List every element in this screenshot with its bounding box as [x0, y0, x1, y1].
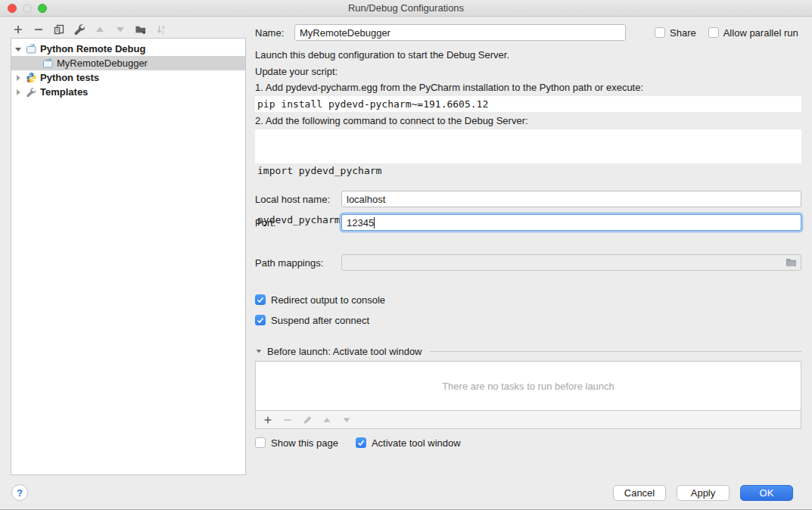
chevron-down-icon[interactable] — [11, 45, 25, 54]
path-mappings-input[interactable] — [341, 254, 801, 271]
edit-task-pencil-icon — [301, 414, 313, 426]
port-label: Port: — [255, 217, 341, 229]
no-tasks-message: There are no tasks to run before launch — [442, 381, 614, 392]
share-checkbox-group: Share — [655, 27, 696, 39]
remove-task-icon — [282, 414, 294, 426]
path-mappings-row: Path mappings: — [255, 253, 801, 272]
name-label: Name: — [255, 27, 288, 39]
tree-item-myremotedebugger[interactable]: MyRemoteDebugger — [11, 56, 245, 70]
cancel-button[interactable]: Cancel — [613, 485, 666, 501]
tree-item-label: MyRemoteDebugger — [57, 58, 148, 69]
section-divider — [430, 351, 801, 352]
browse-folder-icon[interactable] — [785, 257, 798, 269]
description-line: Update your script: — [255, 64, 801, 80]
move-task-down-icon — [341, 414, 353, 426]
redirect-output-label: Redirect output to console — [271, 294, 385, 306]
name-input[interactable] — [294, 24, 626, 41]
tree-item-python-remote-debug[interactable]: Python Remote Debug — [11, 42, 245, 56]
suspend-after-connect-checkbox[interactable] — [255, 315, 266, 325]
redirect-output-row: Redirect output to console — [255, 293, 801, 306]
text-caret — [374, 217, 375, 229]
add-task-icon[interactable] — [262, 414, 274, 426]
chevron-down-icon[interactable] — [255, 346, 263, 357]
window-title: Run/Debug Configurations — [348, 2, 464, 14]
svg-text:a: a — [162, 24, 165, 30]
move-down-icon — [114, 23, 126, 36]
move-up-icon — [94, 23, 106, 36]
local-host-label: Local host name: — [255, 194, 341, 205]
description-text: Launch this debug configuration to start… — [255, 47, 801, 96]
tree-item-python-tests[interactable]: Python tests — [11, 70, 245, 85]
remove-configuration-icon[interactable] — [33, 23, 45, 36]
dialog-buttons: Cancel Apply OK — [613, 485, 793, 501]
name-row: Name: Share Allow parallel run — [255, 23, 801, 42]
create-folder-icon[interactable] — [135, 23, 147, 36]
allow-parallel-checkbox-group: Allow parallel run — [708, 27, 798, 39]
apply-button[interactable]: Apply — [677, 485, 730, 501]
configurations-toolbar: az — [12, 23, 167, 36]
share-label: Share — [670, 27, 696, 39]
settrace-code-block: import pydevd_pycharm pydevd_pycharm.set… — [255, 129, 801, 163]
allow-parallel-run-label: Allow parallel run — [723, 27, 798, 39]
before-launch-task-list: There are no tasks to run before launch — [255, 361, 801, 411]
ok-button[interactable]: OK — [740, 485, 793, 501]
pip-install-code-block: pip install pydevd-pycharm~=191.6605.12 — [255, 96, 801, 112]
description-line: Launch this debug configuration to start… — [255, 47, 801, 64]
tree-item-templates[interactable]: Templates — [11, 85, 245, 99]
show-this-page-checkbox[interactable] — [255, 437, 266, 448]
run-debug-configurations-dialog: Run/Debug Configurations az — [0, 0, 812, 510]
run-config-icon — [42, 58, 54, 69]
path-mappings-label: Path mappings: — [255, 257, 341, 269]
activate-tool-window-checkbox[interactable] — [356, 437, 366, 448]
run-config-icon — [25, 43, 37, 54]
templates-wrench-icon — [25, 87, 37, 98]
help-button[interactable]: ? — [11, 484, 28, 501]
show-this-page-label: Show this page — [271, 437, 338, 449]
copy-configuration-icon[interactable] — [53, 23, 65, 36]
minimize-window-button — [23, 4, 32, 13]
tree-item-label: Templates — [40, 86, 88, 98]
port-input[interactable] — [341, 214, 801, 231]
description-step1: 1. Add pydevd-pycharm.egg from the PyCha… — [255, 79, 801, 96]
description-step2: 2. Add the following command to connect … — [255, 113, 801, 129]
before-launch-title: Before launch: Activate tool window — [267, 346, 422, 357]
share-checkbox[interactable] — [655, 27, 665, 38]
configurations-tree: Python Remote Debug MyRemoteDebugger — [11, 38, 246, 475]
page-options-row: Show this page Activate tool window — [255, 436, 801, 449]
chevron-right-icon[interactable] — [11, 73, 25, 82]
tree-item-label: Python tests — [40, 72, 99, 83]
add-configuration-icon[interactable] — [12, 23, 24, 36]
code-line: import pydevd_pycharm — [257, 163, 801, 179]
task-list-toolbar — [255, 411, 801, 429]
suspend-after-connect-label: Suspend after connect — [271, 315, 369, 326]
local-host-input[interactable] — [341, 191, 801, 207]
move-task-up-icon — [321, 414, 333, 426]
window-controls — [8, 4, 47, 13]
edit-templates-wrench-icon[interactable] — [73, 23, 86, 36]
port-row: Port: — [255, 213, 801, 232]
redirect-output-checkbox[interactable] — [255, 294, 266, 305]
zoom-window-button[interactable] — [38, 4, 47, 13]
close-window-button[interactable] — [8, 4, 17, 13]
sort-alphabetically-icon: az — [155, 23, 167, 36]
before-launch-header[interactable]: Before launch: Activate tool window — [255, 345, 801, 357]
activate-tool-window-label: Activate tool window — [372, 437, 461, 449]
svg-text:z: z — [162, 30, 164, 35]
tree-item-label: Python Remote Debug — [40, 43, 145, 54]
python-tests-icon — [25, 72, 37, 83]
allow-parallel-run-checkbox[interactable] — [708, 27, 719, 38]
local-host-row: Local host name: — [255, 190, 801, 208]
suspend-after-connect-row: Suspend after connect — [255, 313, 801, 327]
title-bar: Run/Debug Configurations — [0, 0, 812, 17]
chevron-right-icon[interactable] — [11, 88, 25, 97]
